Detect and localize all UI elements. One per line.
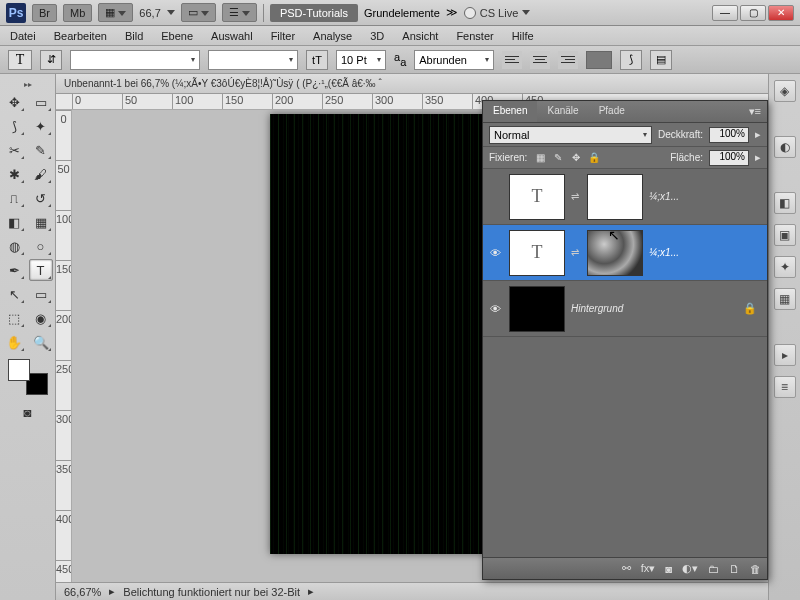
menu-ebene[interactable]: Ebene (161, 30, 193, 42)
menu-analyse[interactable]: Analyse (313, 30, 352, 42)
workspace-psd-tutorials-button[interactable]: PSD-Tutorials (270, 4, 358, 22)
visibility-toggle[interactable]: 👁 (487, 247, 503, 259)
tab-pfade[interactable]: Pfade (589, 101, 635, 122)
hand-tool[interactable]: ✋ (2, 331, 26, 353)
magic-wand-tool[interactable]: ✦ (29, 115, 53, 137)
layer-mask-thumbnail[interactable] (587, 230, 643, 276)
adjustment-layer-button[interactable]: ◐▾ (682, 562, 698, 575)
menu-auswahl[interactable]: Auswahl (211, 30, 253, 42)
dock-history-icon[interactable]: ▸ (774, 344, 796, 366)
text-color-swatch[interactable] (586, 51, 612, 69)
pen-tool[interactable]: ✒ (2, 259, 26, 281)
align-left-button[interactable] (502, 51, 522, 69)
chevron-down-icon[interactable] (167, 10, 175, 15)
dock-masks-icon[interactable]: ▣ (774, 224, 796, 246)
extras-button[interactable]: ☰ (222, 3, 257, 22)
layer-row[interactable]: 👁 Hintergrund 🔒 (483, 281, 767, 337)
font-style-select[interactable]: ▾ (208, 50, 298, 70)
dock-adjustments-icon[interactable]: ◧ (774, 192, 796, 214)
menu-hilfe[interactable]: Hilfe (512, 30, 534, 42)
antialias-select[interactable]: Abrunden▾ (414, 50, 494, 70)
dock-swatches-icon[interactable]: ▦ (774, 288, 796, 310)
quickmask-button[interactable]: ◙ (16, 401, 40, 423)
window-minimize-button[interactable]: — (712, 5, 738, 21)
text-orientation-button[interactable]: ⇵ (40, 50, 62, 70)
menu-3d[interactable]: 3D (370, 30, 384, 42)
history-brush-tool[interactable]: ↺ (29, 187, 53, 209)
arrange-button[interactable]: ▭ (181, 3, 216, 22)
minibridge-button[interactable]: Mb (63, 4, 92, 22)
shape-tool[interactable]: ▭ (29, 283, 53, 305)
palette-collapse-icon[interactable]: ▸▸ (2, 78, 53, 91)
zoom-tool[interactable]: 🔍 (29, 331, 53, 353)
align-right-button[interactable] (558, 51, 578, 69)
blend-mode-select[interactable]: Normal▾ (489, 126, 652, 144)
dodge-tool[interactable]: ○ (29, 235, 53, 257)
healing-tool[interactable]: ✱ (2, 163, 26, 185)
status-zoom[interactable]: 66,67% (64, 586, 101, 598)
eyedropper-tool[interactable]: ✎ (29, 139, 53, 161)
menu-filter[interactable]: Filter (271, 30, 295, 42)
font-size-select[interactable]: 10 Pt▾ (336, 50, 386, 70)
mask-link-icon[interactable]: ⇌ (571, 191, 581, 202)
window-maximize-button[interactable]: ▢ (740, 5, 766, 21)
cs-live-button[interactable]: CS Live (464, 7, 531, 19)
document-tab[interactable]: Unbenannt-1 bei 66,7% (¼;xÃ•Y €3ôÚ€yÈ8¦!… (56, 74, 768, 94)
window-close-button[interactable]: ✕ (768, 5, 794, 21)
layer-name[interactable]: Hintergrund (571, 303, 737, 314)
gradient-tool[interactable]: ▦ (29, 211, 53, 233)
workspace-more-button[interactable]: ≫ (446, 6, 458, 19)
dock-layers-icon[interactable]: ◈ (774, 80, 796, 102)
layer-thumbnail[interactable]: T (509, 174, 565, 220)
3d-tool[interactable]: ⬚ (2, 307, 26, 329)
link-layers-button[interactable]: ⚯ (622, 562, 631, 575)
bridge-button[interactable]: Br (32, 4, 57, 22)
layer-name[interactable]: ¼;x1... (649, 191, 763, 202)
menu-datei[interactable]: Datei (10, 30, 36, 42)
tab-kanaele[interactable]: Kanäle (537, 101, 588, 122)
layer-name[interactable]: ¼;x1... (649, 247, 763, 258)
lock-all-icon[interactable]: 🔒 (587, 151, 601, 165)
layer-mask-thumbnail[interactable] (587, 174, 643, 220)
workspace-grundelemente-button[interactable]: Grundelemente (364, 7, 440, 19)
foreground-background-colors[interactable] (8, 359, 48, 395)
blur-tool[interactable]: ◍ (2, 235, 26, 257)
panel-menu-button[interactable]: ▾≡ (743, 101, 767, 122)
stamp-tool[interactable]: ⎍ (2, 187, 26, 209)
opacity-input[interactable]: 100% (709, 127, 749, 143)
foreground-color-swatch[interactable] (8, 359, 30, 381)
status-arrow-icon[interactable]: ▸ (109, 585, 115, 598)
delete-layer-button[interactable]: 🗑 (750, 563, 761, 575)
menu-bearbeiten[interactable]: Bearbeiten (54, 30, 107, 42)
align-center-button[interactable] (530, 51, 550, 69)
current-tool-indicator[interactable]: T (8, 50, 32, 70)
layer-effects-button[interactable]: fx▾ (641, 562, 656, 575)
dock-color-icon[interactable]: ◐ (774, 136, 796, 158)
font-family-select[interactable]: ▾ (70, 50, 200, 70)
move-tool[interactable]: ✥ (2, 91, 26, 113)
screen-mode-button[interactable]: ▦ (98, 3, 133, 22)
character-panel-button[interactable]: ▤ (650, 50, 672, 70)
dock-actions-icon[interactable]: ≡ (774, 376, 796, 398)
crop-tool[interactable]: ✂ (2, 139, 26, 161)
menu-fenster[interactable]: Fenster (456, 30, 493, 42)
dock-styles-icon[interactable]: ✦ (774, 256, 796, 278)
layer-thumbnail[interactable] (509, 286, 565, 332)
tab-ebenen[interactable]: Ebenen (483, 101, 537, 122)
lock-transparency-icon[interactable]: ▦ (533, 151, 547, 165)
layer-row[interactable]: T ⇌ ¼;x1... (483, 169, 767, 225)
status-arrow-icon[interactable]: ▸ (308, 585, 314, 598)
visibility-toggle[interactable]: 👁 (487, 303, 503, 315)
path-select-tool[interactable]: ↖ (2, 283, 26, 305)
eraser-tool[interactable]: ◧ (2, 211, 26, 233)
brush-tool[interactable]: 🖌 (29, 163, 53, 185)
fill-slider-icon[interactable]: ▸ (755, 151, 761, 164)
mask-link-icon[interactable]: ⇌ (571, 247, 581, 258)
menu-ansicht[interactable]: Ansicht (402, 30, 438, 42)
new-group-button[interactable]: 🗀 (708, 563, 719, 575)
opacity-slider-icon[interactable]: ▸ (755, 128, 761, 141)
lock-position-icon[interactable]: ✥ (569, 151, 583, 165)
warp-text-button[interactable]: ⟆ (620, 50, 642, 70)
3d-camera-tool[interactable]: ◉ (29, 307, 53, 329)
type-tool[interactable]: T (29, 259, 53, 281)
